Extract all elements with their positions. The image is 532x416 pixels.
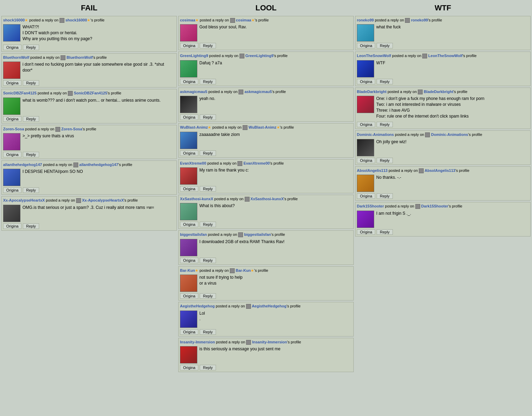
- post-target-link[interactable]: askmagicmau5: [243, 90, 272, 94]
- post-target-link[interactable]: roneko99: [410, 18, 428, 22]
- post-author-link[interactable]: GreenLighting9: [180, 54, 208, 58]
- post-target-link[interactable]: Dominic-Animations: [430, 132, 468, 137]
- reply-button[interactable]: Reply: [377, 229, 393, 235]
- post-target-link[interactable]: BladeDarkbright: [423, 90, 453, 94]
- reply-button[interactable]: Reply: [200, 329, 216, 335]
- profile-text: 's profile: [273, 54, 288, 58]
- reply-button[interactable]: Reply: [23, 223, 39, 229]
- original-button[interactable]: Origina: [180, 329, 198, 335]
- post-author-link[interactable]: cosimaa: [180, 18, 195, 22]
- post-author-link[interactable]: AegistheHedgehog: [180, 304, 215, 308]
- post-author-link[interactable]: BladeDarkbright: [357, 90, 387, 94]
- reply-button[interactable]: Reply: [377, 193, 393, 199]
- original-button[interactable]: Origina: [3, 187, 21, 193]
- post-author-link[interactable]: biggesttailsfan: [180, 232, 207, 237]
- post-target-link[interactable]: LeonTheSnowWolf: [427, 54, 462, 58]
- post-target-link[interactable]: biggesttailsfan: [243, 232, 271, 237]
- original-button[interactable]: Origina: [180, 150, 198, 156]
- post-author-link[interactable]: Xx-ApocalypseHeartxX: [3, 198, 45, 202]
- original-button[interactable]: Origina: [180, 114, 198, 120]
- reply-button[interactable]: Reply: [377, 122, 393, 127]
- post-text: is this seriously a message you just sen…: [199, 346, 352, 352]
- original-button[interactable]: Origina: [357, 229, 375, 235]
- original-button[interactable]: Origina: [3, 152, 21, 157]
- post-author-link[interactable]: roneko99: [357, 18, 374, 22]
- reply-button[interactable]: Reply: [200, 186, 216, 192]
- original-button[interactable]: Origina: [3, 45, 21, 50]
- original-button[interactable]: Origina: [180, 293, 198, 299]
- reply-button[interactable]: Reply: [23, 116, 39, 122]
- reply-button[interactable]: Reply: [200, 293, 216, 299]
- post-target-link[interactable]: AbsolAngelis113: [424, 168, 455, 173]
- post-target-link[interactable]: Dark15Shooter: [420, 204, 448, 208]
- post-author-link[interactable]: shock16000: [3, 18, 25, 22]
- post-author-link[interactable]: Dark15Shooter: [357, 204, 384, 208]
- post-content: what the fuck: [376, 24, 529, 31]
- post-target-link[interactable]: BluethornWolf: [65, 55, 93, 59]
- post-target-link[interactable]: Insanity-Immersion: [251, 340, 287, 344]
- post-target-link[interactable]: allanthehedgehog147: [78, 163, 118, 167]
- avatar: [3, 62, 20, 79]
- post-actions: OriginaReply: [180, 114, 352, 120]
- original-button[interactable]: Origina: [357, 122, 375, 127]
- reply-button[interactable]: Reply: [200, 114, 216, 120]
- post-target-link[interactable]: AegistheHedgehog: [251, 304, 287, 308]
- original-button[interactable]: Origina: [180, 186, 198, 192]
- post-author-link[interactable]: EvanXtreme00: [180, 161, 206, 165]
- post-target-link[interactable]: Xx-ApocalypseHeartxX: [81, 198, 124, 202]
- reply-button[interactable]: Reply: [200, 365, 216, 370]
- reply-button[interactable]: Reply: [377, 79, 393, 84]
- post-author-link[interactable]: Zoren-Sosa: [3, 127, 24, 131]
- reply-button[interactable]: Reply: [23, 187, 39, 193]
- post-author-link[interactable]: Insanity-Immersion: [180, 340, 215, 344]
- reply-button[interactable]: Reply: [23, 45, 39, 50]
- post-target-link[interactable]: GreenLighting9: [244, 54, 273, 58]
- post-target-link[interactable]: EvanXtreme00: [242, 161, 270, 165]
- post-target-link[interactable]: cosimaa: [235, 18, 251, 22]
- original-button[interactable]: Origina: [3, 223, 21, 229]
- reply-button[interactable]: Reply: [200, 258, 216, 263]
- user-icon: [68, 91, 73, 96]
- post-author-link[interactable]: SonicDBZFan4125: [3, 91, 37, 95]
- original-button[interactable]: Origina: [3, 116, 21, 122]
- post-author-link[interactable]: XxSasthosi-kunxX: [180, 197, 213, 201]
- post-author-link[interactable]: Bar-Kun: [180, 268, 195, 272]
- post-target-link[interactable]: Bar-Kun: [235, 268, 251, 272]
- original-button[interactable]: Origina: [3, 80, 21, 86]
- reply-button[interactable]: Reply: [377, 158, 393, 163]
- post-target-link[interactable]: WuBlast-Animz: [247, 125, 277, 129]
- post-card: EvanXtreme00 posted a reply on EvanXtrem…: [178, 159, 354, 193]
- original-button[interactable]: Origina: [180, 365, 198, 370]
- post-author-link[interactable]: askmagicmau5: [180, 90, 207, 94]
- avatar: [3, 133, 20, 150]
- reply-button[interactable]: Reply: [200, 222, 216, 227]
- post-author-link[interactable]: WuBlast-Animz: [180, 125, 208, 129]
- post-target-link[interactable]: shock16000: [64, 18, 87, 22]
- reply-button[interactable]: Reply: [23, 152, 39, 157]
- reply-button[interactable]: Reply: [23, 80, 39, 86]
- original-button[interactable]: Origina: [180, 43, 198, 48]
- post-target-link[interactable]: Zoren-Sosa: [60, 127, 82, 131]
- original-button[interactable]: Origina: [357, 43, 375, 48]
- original-button[interactable]: Origina: [357, 193, 375, 199]
- reply-button[interactable]: Reply: [377, 43, 393, 48]
- post-text: Lol .: [199, 311, 352, 322]
- reply-button[interactable]: Reply: [200, 43, 216, 48]
- original-button[interactable]: Origina: [357, 79, 375, 84]
- post-target-link[interactable]: SonicDBZFan4125: [73, 91, 107, 95]
- post-card: XxSasthosi-kunxX posted a reply on XxSas…: [178, 195, 354, 229]
- original-button[interactable]: Origina: [180, 222, 198, 227]
- post-body: I DESPISE HENTAI/porn SO NO: [3, 169, 175, 186]
- original-button[interactable]: Origina: [180, 79, 198, 84]
- post-actions: OriginaReply: [3, 223, 175, 229]
- post-author-link[interactable]: Dominic-Animations: [357, 132, 394, 137]
- reply-button[interactable]: Reply: [200, 150, 216, 156]
- original-button[interactable]: Origina: [180, 258, 198, 263]
- post-author-link[interactable]: BluethornWolf: [3, 55, 29, 59]
- post-target-link[interactable]: XxSasthosi-kunxX: [250, 197, 284, 201]
- post-author-link[interactable]: AbsolAngelis113: [357, 168, 388, 173]
- original-button[interactable]: Origina: [357, 158, 375, 163]
- reply-button[interactable]: Reply: [200, 79, 216, 84]
- post-author-link[interactable]: allanthehedgehog147: [3, 163, 42, 167]
- post-author-link[interactable]: LeonTheSnowWolf: [357, 54, 391, 58]
